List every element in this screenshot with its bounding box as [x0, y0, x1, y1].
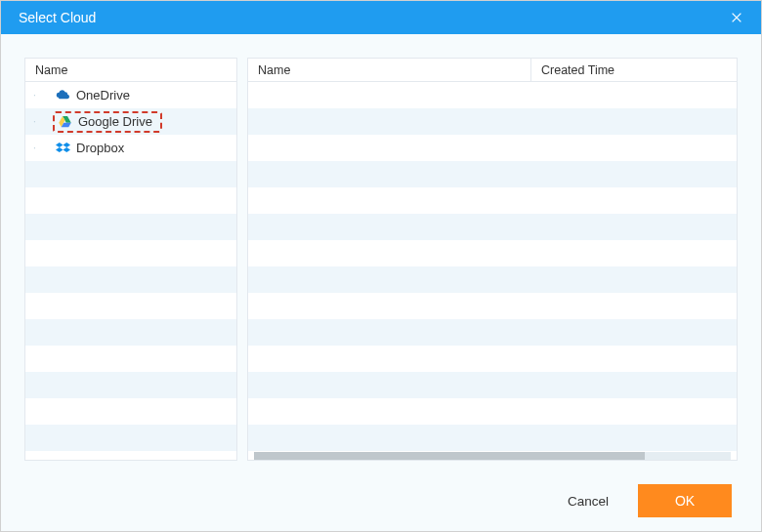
- column-header-label: Created Time: [541, 63, 614, 77]
- table-row: [248, 346, 737, 372]
- table-row: [25, 240, 236, 266]
- cloud-tree-rows: · OneDrive ·: [25, 82, 236, 460]
- ok-button[interactable]: OK: [638, 484, 732, 517]
- table-row: [248, 240, 737, 266]
- svg-marker-7: [56, 147, 64, 152]
- table-row: [248, 187, 737, 214]
- tree-connector-icon: ·: [33, 145, 39, 151]
- cloud-item-label: Dropbox: [76, 141, 124, 155]
- cloud-item-onedrive[interactable]: OneDrive: [53, 85, 138, 106]
- cloud-item-label: Google Drive: [78, 114, 152, 129]
- column-header-label: Name: [258, 63, 290, 77]
- left-column-header[interactable]: Name: [25, 59, 236, 82]
- table-row: [25, 293, 236, 319]
- table-row: [248, 425, 737, 451]
- file-list-rows: [248, 82, 737, 460]
- select-cloud-dialog: Select Cloud Name · OneDrive: [0, 0, 762, 532]
- table-row: [25, 266, 236, 293]
- column-header-name[interactable]: Name: [248, 59, 531, 81]
- table-row: [248, 161, 737, 187]
- column-header-created-time[interactable]: Created Time: [531, 59, 737, 81]
- close-button[interactable]: [722, 3, 751, 32]
- table-row: [25, 161, 236, 187]
- table-row: [248, 319, 737, 346]
- table-row: [25, 398, 236, 425]
- scrollbar-thumb[interactable]: [254, 452, 645, 460]
- table-row: [248, 82, 737, 108]
- cloud-item-label: OneDrive: [76, 88, 130, 102]
- table-row: [25, 346, 236, 372]
- table-row: [25, 425, 236, 451]
- svg-marker-6: [63, 143, 70, 147]
- table-row: · Dropbox: [25, 135, 236, 161]
- horizontal-scrollbar[interactable]: [254, 452, 731, 460]
- table-row: [25, 372, 236, 398]
- table-row: [248, 372, 737, 398]
- dialog-content: Name · OneDrive ·: [1, 34, 761, 471]
- google-drive-icon: [57, 114, 72, 130]
- right-column-header: Name Created Time: [248, 59, 737, 82]
- close-icon: [729, 10, 744, 25]
- dialog-footer: Cancel OK: [1, 471, 761, 531]
- dialog-title: Select Cloud: [19, 10, 96, 25]
- table-row: [25, 319, 236, 346]
- table-row: · Google Drive: [25, 108, 236, 135]
- table-row: [248, 266, 737, 293]
- svg-marker-5: [56, 143, 64, 147]
- table-row: [248, 398, 737, 425]
- titlebar: Select Cloud: [1, 1, 761, 34]
- tree-connector-icon: ·: [33, 93, 39, 99]
- onedrive-icon: [55, 88, 70, 103]
- table-row: [25, 214, 236, 240]
- left-column-header-label: Name: [35, 63, 67, 77]
- dropbox-icon: [55, 141, 70, 156]
- table-row: [248, 135, 737, 161]
- cloud-item-google-drive[interactable]: Google Drive: [53, 111, 162, 133]
- svg-marker-8: [63, 147, 70, 152]
- table-row: [248, 214, 737, 240]
- file-list-pane: Name Created Time: [247, 58, 738, 461]
- cloud-item-dropbox[interactable]: Dropbox: [53, 138, 132, 159]
- cloud-tree-pane: Name · OneDrive ·: [24, 58, 237, 461]
- table-row: [248, 293, 737, 319]
- table-row: [248, 108, 737, 135]
- table-row: · OneDrive: [25, 82, 236, 108]
- cancel-button[interactable]: Cancel: [558, 486, 618, 516]
- tree-connector-icon: ·: [33, 119, 39, 125]
- table-row: [25, 187, 236, 214]
